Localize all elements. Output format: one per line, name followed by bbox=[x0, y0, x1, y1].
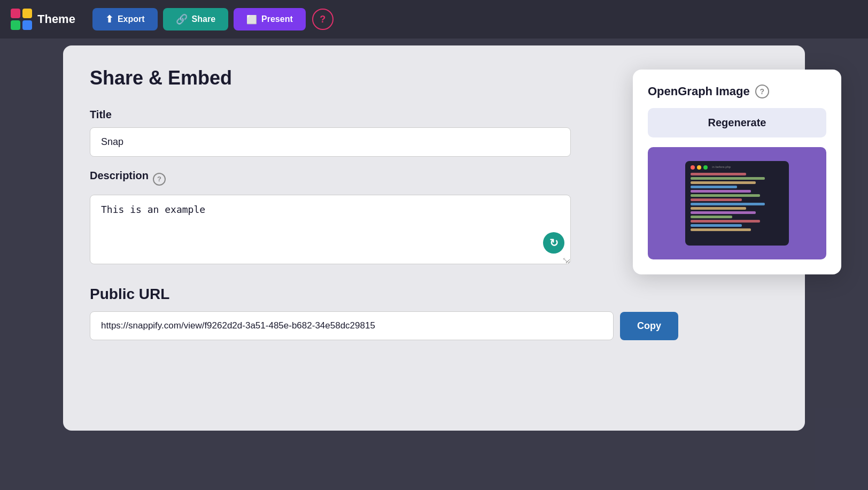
code-line-12 bbox=[691, 220, 760, 223]
logo-icon bbox=[11, 9, 32, 30]
logo: Theme bbox=[11, 9, 75, 30]
code-editor-preview: in before.php bbox=[685, 161, 789, 246]
code-line-9 bbox=[691, 207, 746, 210]
export-label: Export bbox=[118, 14, 145, 24]
opengraph-popup: OpenGraph Image ? Regenerate in before.p… bbox=[633, 70, 841, 274]
present-label: Present bbox=[261, 14, 293, 24]
dot-red bbox=[691, 165, 695, 170]
ai-icon: ↻ bbox=[549, 236, 559, 249]
code-line-5 bbox=[691, 190, 751, 193]
filename-label: in before.php bbox=[712, 165, 731, 170]
present-icon: ⬜ bbox=[246, 14, 257, 25]
svg-rect-3 bbox=[22, 20, 32, 30]
topbar: Theme ⬆ Export 🔗 Share ⬜ Present ? bbox=[0, 0, 868, 39]
code-line-7 bbox=[691, 198, 742, 201]
description-label: Description bbox=[90, 170, 149, 182]
dot-green bbox=[703, 165, 708, 170]
code-line-13 bbox=[691, 224, 742, 227]
regenerate-button[interactable]: Regenerate bbox=[648, 108, 826, 137]
copy-button[interactable]: Copy bbox=[620, 312, 678, 340]
description-textarea[interactable]: This is an example bbox=[90, 195, 571, 264]
code-line-8 bbox=[691, 203, 765, 205]
og-help-icon[interactable]: ? bbox=[755, 85, 769, 98]
public-url-title: Public URL bbox=[90, 286, 778, 303]
help-icon: ? bbox=[320, 14, 326, 25]
copy-label: Copy bbox=[637, 320, 661, 331]
code-line-11 bbox=[691, 216, 732, 218]
svg-rect-1 bbox=[22, 9, 32, 18]
code-line-4 bbox=[691, 186, 737, 188]
window-dots: in before.php bbox=[691, 165, 784, 170]
title-input[interactable] bbox=[90, 127, 571, 157]
code-line-14 bbox=[691, 228, 751, 231]
public-url-input[interactable] bbox=[90, 311, 614, 340]
og-header: OpenGraph Image ? bbox=[648, 85, 826, 98]
share-label: Share bbox=[192, 14, 215, 24]
regenerate-label: Regenerate bbox=[708, 117, 766, 128]
modal-title: Share & Embed bbox=[90, 67, 232, 89]
code-line-3 bbox=[691, 181, 756, 184]
description-help-icon[interactable]: ? bbox=[153, 173, 166, 186]
og-title: OpenGraph Image bbox=[648, 85, 750, 98]
share-icon: 🔗 bbox=[176, 13, 188, 25]
description-wrapper: This is an example ↻ ⤡ bbox=[90, 195, 571, 266]
ai-generate-button[interactable]: ↻ bbox=[543, 232, 564, 254]
code-line-6 bbox=[691, 194, 760, 197]
export-button[interactable]: ⬆ Export bbox=[92, 8, 158, 30]
svg-rect-2 bbox=[11, 20, 20, 30]
present-button[interactable]: ⬜ Present bbox=[234, 8, 306, 30]
resize-handle-icon: ⤡ bbox=[562, 256, 569, 264]
topbar-buttons: ⬆ Export 🔗 Share ⬜ Present bbox=[92, 8, 306, 30]
share-button[interactable]: 🔗 Share bbox=[163, 8, 228, 30]
code-lines bbox=[691, 173, 784, 231]
svg-rect-0 bbox=[11, 9, 20, 18]
dot-yellow bbox=[697, 165, 701, 170]
export-icon: ⬆ bbox=[105, 13, 113, 25]
code-line-1 bbox=[691, 173, 746, 175]
url-row: Copy bbox=[90, 311, 778, 340]
code-line-2 bbox=[691, 177, 765, 180]
code-line-10 bbox=[691, 211, 756, 214]
og-image-preview: in before.php bbox=[648, 147, 826, 259]
app-title: Theme bbox=[37, 12, 75, 26]
help-button[interactable]: ? bbox=[312, 9, 334, 30]
